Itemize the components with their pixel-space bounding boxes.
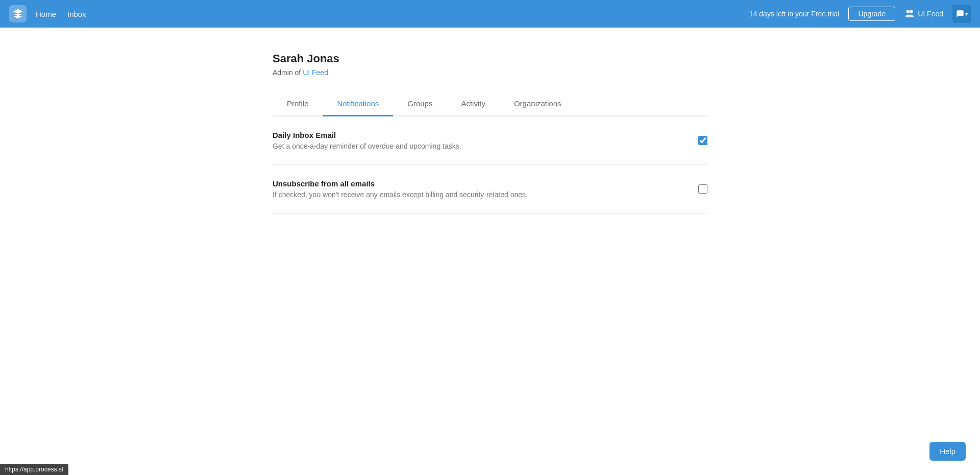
user-name: Sarah Jonas: [273, 52, 707, 65]
tab-organizations[interactable]: Organizations: [500, 93, 576, 116]
svg-point-1: [910, 10, 913, 14]
org-link[interactable]: UI Feed: [303, 68, 328, 77]
unsubscribe-all-row: Unsubscribe from all emails If checked, …: [273, 165, 707, 213]
unsubscribe-all-checkbox[interactable]: [698, 184, 707, 194]
topnav-right: 14 days left in your Free trial Upgrade …: [749, 5, 971, 23]
daily-inbox-email-row: Daily Inbox Email Get a once-a-day remin…: [273, 116, 707, 165]
nav-home[interactable]: Home: [36, 10, 56, 18]
daily-inbox-email-desc: Get a once-a-day reminder of overdue and…: [273, 142, 698, 150]
ui-feed-icon: [904, 9, 915, 19]
user-subtitle: Admin of UI Feed: [273, 68, 707, 77]
notifications-settings: Daily Inbox Email Get a once-a-day remin…: [273, 116, 707, 213]
upgrade-button[interactable]: Upgrade: [848, 7, 895, 21]
unsubscribe-all-title: Unsubscribe from all emails: [273, 179, 698, 188]
tab-notifications[interactable]: Notifications: [323, 93, 394, 116]
chat-icon: [956, 10, 964, 18]
tabs-nav: Profile Notifications Groups Activity Or…: [273, 93, 707, 116]
tab-profile[interactable]: Profile: [273, 93, 323, 116]
notification-dropdown-button[interactable]: ▾: [952, 5, 971, 23]
unsubscribe-all-desc: If checked, you won't receive any emails…: [273, 191, 698, 199]
nav-inbox[interactable]: Inbox: [67, 10, 86, 18]
tab-activity[interactable]: Activity: [447, 93, 500, 116]
app-logo[interactable]: [9, 5, 27, 22]
tab-groups[interactable]: Groups: [393, 93, 447, 116]
daily-inbox-email-info: Daily Inbox Email Get a once-a-day remin…: [273, 131, 698, 150]
unsubscribe-all-info: Unsubscribe from all emails If checked, …: [273, 179, 698, 199]
main-content: Sarah Jonas Admin of UI Feed Profile Not…: [260, 28, 720, 213]
admin-of-text: Admin of: [273, 68, 301, 77]
ui-feed-button[interactable]: UI Feed: [904, 9, 943, 19]
trial-text: 14 days left in your Free trial: [749, 10, 840, 18]
svg-point-0: [906, 10, 910, 14]
daily-inbox-email-checkbox[interactable]: [698, 136, 707, 145]
topnav: Home Inbox 14 days left in your Free tri…: [0, 0, 980, 28]
daily-inbox-email-title: Daily Inbox Email: [273, 131, 698, 139]
chevron-down-icon: ▾: [965, 11, 968, 17]
ui-feed-label: UI Feed: [918, 10, 943, 18]
